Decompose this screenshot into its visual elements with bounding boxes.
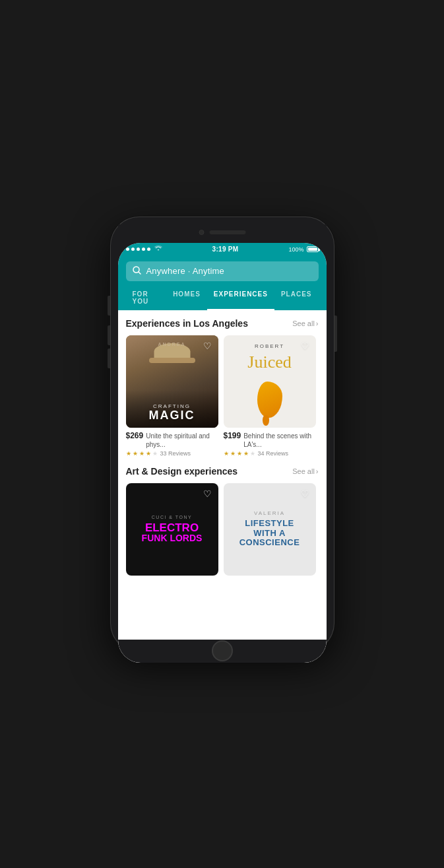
signal-dot-3 [137,248,140,251]
section-title-art: Art & Design experiences [126,466,238,477]
see-all-la[interactable]: See all › [292,319,318,327]
heart-button-juiced[interactable]: ♡ [299,339,312,352]
valeria-title-3: CONSCIENCE [239,538,300,548]
signal-dot-5 [147,248,150,251]
star-5: ★ [152,450,158,457]
crafting-reviews: 33 Reviews [160,450,191,457]
status-time: 3:19 PM [212,246,239,253]
star-4: ★ [146,450,151,457]
nav-tabs: FOR YOU HOMES EXPERIENCES PLACES [126,286,319,310]
juiced-host-label: ROBERT [255,343,284,349]
signal-dot-2 [131,248,135,251]
main-content: Experiences in Los Angeles See all › [118,310,327,640]
juiced-bg: ROBERT Juiced ♡ [224,335,316,428]
tab-for-you[interactable]: FOR YOU [126,286,167,310]
valeria-content: VALERIA LIFESTYLE WITH A CONSCIENCE [234,505,305,554]
card-crafting-magic[interactable]: ANDREA CRAFTING MAGIC ♡ $269 Unite the s… [126,335,218,457]
home-button[interactable] [212,640,233,661]
svg-line-1 [139,272,141,274]
juice-visual [257,382,282,418]
card-image-crafting: ANDREA CRAFTING MAGIC ♡ [126,335,218,428]
star-2: ★ [133,450,138,457]
cards-row-la: ANDREA CRAFTING MAGIC ♡ $269 Unite the s… [126,335,319,457]
battery-area: 100% [288,246,318,253]
chevron-right-icon: › [316,319,319,327]
camera-dot [199,230,204,235]
status-bar: 3:19 PM 100% [118,243,327,256]
signal-area [126,246,162,253]
heart-button-electro[interactable]: ♡ [201,487,214,500]
search-icon [133,266,141,277]
section-header-la: Experiences in Los Angeles See all › [126,318,319,329]
electro-bg: ♡ CUCI & TONY ELECTRO FUNK LORDS [126,483,218,576]
star-5: ★ [250,450,255,457]
app-header: Anywhere · Anytime FOR YOU HOMES EXPERIE… [118,256,327,310]
electro-title-2: FUNK LORDS [142,533,203,543]
signal-dot-1 [126,248,129,251]
star-3: ★ [139,450,144,457]
juiced-desc: Behind the scenes with LA's... [243,432,315,449]
tab-homes[interactable]: HOMES [166,286,207,310]
battery-percent: 100% [288,246,303,253]
lemon-blob [257,382,282,418]
valeria-title-2: WITH A [239,529,300,539]
camera-area [199,230,245,235]
phone-notch [118,224,327,243]
juiced-title-text: Juiced [247,352,291,372]
section-art-design: Art & Design experiences See all › ♡ [118,457,327,579]
star-1: ★ [224,450,229,457]
electro-title-1: ELECTRO [142,522,203,533]
juiced-stars: ★ ★ ★ ★ ★ 34 Reviews [224,450,316,457]
section-experiences-la: Experiences in Los Angeles See all › [118,310,327,457]
card-electro-funk[interactable]: ♡ CUCI & TONY ELECTRO FUNK LORDS [126,483,218,579]
section-title-la: Experiences in Los Angeles [126,318,248,329]
see-all-art[interactable]: See all › [292,467,318,475]
search-bar[interactable]: Anywhere · Anytime [126,261,319,281]
signal-dot-4 [142,248,145,251]
battery-fill [308,248,317,251]
card-image-electro: ♡ CUCI & TONY ELECTRO FUNK LORDS [126,483,218,576]
valeria-title-1: LIFESTYLE [239,519,300,529]
heart-button-crafting[interactable]: ♡ [201,339,214,352]
hat-brim [149,358,195,363]
crafting-stars: ★ ★ ★ ★ ★ 33 Reviews [126,450,218,457]
battery-icon [307,246,319,252]
phone-bottom [118,640,327,663]
star-3: ★ [237,450,242,457]
crafting-title-overlay: CRAFTING MAGIC [126,390,218,428]
battery-body [307,246,319,252]
crafting-price: $269 [126,431,144,440]
card-image-juiced: ROBERT Juiced ♡ [224,335,316,428]
star-1: ★ [126,450,131,457]
card-image-valeria: ♡ VALERIA LIFESTYLE WITH A CONSCIENCE [224,483,316,576]
juiced-reviews: 34 Reviews [258,450,289,457]
crafting-bg: ANDREA CRAFTING MAGIC ♡ [126,335,218,428]
crafting-title-large: MAGIC [133,409,212,421]
crafting-desc: Unite the spiritual and phys... [146,432,218,449]
crafting-price-row: $269 Unite the spiritual and phys... [126,431,218,449]
phone-device: 3:19 PM 100% Anywhere · Anyt [110,217,334,652]
heart-button-valeria[interactable]: ♡ [299,487,312,500]
section-header-art: Art & Design experiences See all › [126,466,319,477]
juiced-price: $199 [224,431,241,440]
speaker-grille [209,230,245,234]
juiced-price-row: $199 Behind the scenes with LA's... [224,431,316,449]
juice-drip [263,415,269,426]
cards-row-art: ♡ CUCI & TONY ELECTRO FUNK LORDS [126,483,319,579]
electro-content: CUCI & TONY ELECTRO FUNK LORDS [135,508,209,550]
electro-host-label: CUCI & TONY [142,515,203,519]
tab-places[interactable]: PLACES [274,286,319,310]
chevron-right-icon-art: › [316,467,319,475]
star-4: ★ [243,450,249,457]
crafting-host-label: ANDREA [158,342,186,347]
valeria-bg: ♡ VALERIA LIFESTYLE WITH A CONSCIENCE [224,483,316,576]
search-input-text[interactable]: Anywhere · Anytime [146,266,225,276]
phone-screen: 3:19 PM 100% Anywhere · Anyt [118,243,327,663]
card-robert-juiced[interactable]: ROBERT Juiced ♡ [224,335,316,457]
card-valeria[interactable]: ♡ VALERIA LIFESTYLE WITH A CONSCIENCE [224,483,316,579]
wifi-icon [154,246,162,253]
star-2: ★ [230,450,236,457]
tab-experiences[interactable]: EXPERIENCES [207,286,274,310]
valeria-host-label: VALERIA [239,510,300,516]
